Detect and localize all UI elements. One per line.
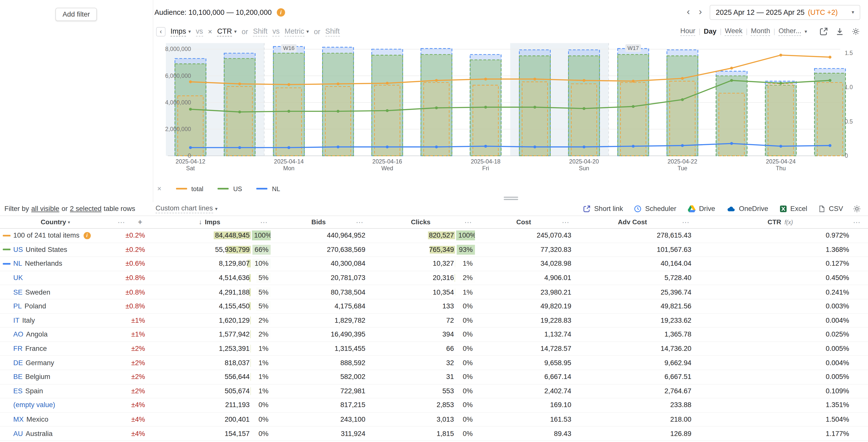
country-code[interactable]: FR — [13, 345, 23, 352]
table-row[interactable]: FRFrance±2%1,253,3911%1,315,455660%14,72… — [0, 342, 868, 356]
resize-handle[interactable] — [503, 196, 518, 200]
primary-metric-dropdown[interactable]: Imps ▾ — [170, 27, 191, 36]
column-menu-icon[interactable]: ⋯ — [682, 218, 689, 226]
table-row[interactable]: USUnited States±0.2%55,936,79966%270,638… — [0, 243, 868, 257]
prev-period-button[interactable]: ‹ — [682, 6, 694, 18]
country-code[interactable]: MX — [13, 415, 24, 423]
country-code[interactable]: IT — [13, 316, 19, 324]
column-header-clicks[interactable]: Clicks — [411, 218, 431, 226]
table-settings-gear-icon[interactable] — [852, 204, 861, 213]
date-range-picker[interactable]: 2025 Apr 12 — 2025 Apr 25 (UTC +2) ▾ — [710, 5, 860, 20]
table-row[interactable]: AUAustralia±4%154,1570%311,9241,8150%89.… — [0, 427, 868, 441]
country-code[interactable]: AU — [13, 430, 23, 438]
metric-placeholder-dropdown[interactable]: Metric ▾ — [285, 27, 309, 36]
export-short-link-button[interactable]: Short link — [583, 205, 623, 213]
column-header-ctr[interactable]: CTR f(x) — [768, 218, 793, 226]
export-csv-button[interactable]: CSV — [818, 205, 843, 213]
table-row[interactable]: ESSpain±2%505,6741%722,9815530%2,402.742… — [0, 384, 868, 398]
legend-item[interactable]: NL — [256, 185, 280, 192]
column-menu-icon[interactable]: ⋯ — [111, 216, 132, 228]
collapse-chart-button[interactable]: ‹ — [156, 27, 165, 36]
legend-item[interactable]: total — [176, 185, 204, 192]
next-period-button[interactable]: › — [694, 6, 706, 18]
column-menu-icon[interactable]: ⋯ — [562, 218, 569, 226]
table-row[interactable]: ITItaly±1%1,620,1292%1,829,782720%19,228… — [0, 314, 868, 328]
country-code[interactable]: US — [13, 246, 23, 253]
shift-toggle-2[interactable]: Shift — [326, 27, 340, 36]
imps-value: 818,037 — [147, 359, 252, 367]
legend-item[interactable]: US — [218, 185, 242, 192]
vs-toggle-2[interactable]: vs — [272, 27, 280, 36]
row-series-swatch — [3, 249, 10, 251]
combo-chart[interactable]: 02,000,0004,000,0006,000,0008,000,00000.… — [153, 39, 868, 183]
country-code[interactable]: SE — [13, 288, 23, 296]
table-row[interactable]: AOAngola±1%1,577,9422%16,490,3953940%1,1… — [0, 328, 868, 342]
add-filter-button[interactable]: Add filter — [55, 8, 97, 21]
remove-chart-lines-icon[interactable]: × — [157, 184, 161, 193]
combo-chart-svg[interactable]: 02,000,0004,000,0006,000,0008,000,00000.… — [153, 39, 868, 183]
cost-value: 77,320.83 — [475, 246, 572, 253]
table-rows-label: table rows — [103, 205, 135, 213]
country-cell: (empty value) — [0, 401, 105, 409]
column-header-cost[interactable]: Cost — [516, 218, 531, 226]
column-menu-icon[interactable]: ⋯ — [464, 218, 472, 226]
download-icon[interactable] — [835, 27, 844, 36]
bids-value: 243,100 — [271, 415, 367, 423]
svg-text:8,000,000: 8,000,000 — [165, 46, 191, 53]
granularity-option-week[interactable]: Week — [725, 27, 743, 36]
svg-text:Wed: Wed — [381, 165, 393, 172]
country-code[interactable]: ES — [13, 387, 23, 395]
table-row[interactable]: 100 of 241 total itemsi±0.2%84,448,94510… — [0, 229, 868, 243]
table-row[interactable]: SESweden±0.8%4,291,1885%80,738,50410,354… — [0, 285, 868, 299]
column-header-imps[interactable]: ↓ Imps — [199, 218, 220, 226]
table-row[interactable]: MXMexico±4%200,4010%243,1003,0130%161.53… — [0, 413, 868, 427]
country-cell: AOAngola — [0, 331, 105, 339]
custom-chart-lines-dropdown[interactable]: Custom chart lines ▾ — [156, 204, 218, 213]
country-code[interactable]: NL — [13, 260, 22, 268]
remove-metric-icon[interactable]: × — [208, 27, 212, 36]
add-column-button[interactable]: + — [132, 216, 148, 228]
export-onedrive-button[interactable]: OneDrive — [726, 205, 768, 213]
table-row[interactable]: DEGermany±2%818,0371%888,592320%9,658.95… — [0, 356, 868, 370]
table-row[interactable]: UK±0.8%4,514,6365%20,781,07320,3162%4,90… — [0, 271, 868, 285]
country-cell: DEGermany — [0, 359, 105, 367]
info-icon[interactable]: i — [277, 8, 285, 16]
export-drive-button[interactable]: Drive — [687, 205, 715, 213]
cost-value: 89.43 — [475, 430, 572, 438]
custom-chart-lines-label: Custom chart lines — [156, 204, 213, 213]
country-code[interactable]: BE — [13, 373, 23, 381]
export-excel-button[interactable]: Excel — [779, 205, 807, 213]
column-header-adv-cost[interactable]: Adv Cost — [618, 218, 647, 226]
table-row[interactable]: PLPoland±0.8%4,155,4505%4,175,6841330%49… — [0, 299, 868, 313]
shift-value: ±4% — [105, 430, 147, 438]
filter-all-visible-link[interactable]: all visible — [31, 205, 59, 213]
open-in-new-icon[interactable] — [819, 27, 828, 36]
column-menu-icon[interactable]: ⋯ — [260, 218, 268, 226]
column-menu-icon[interactable]: ⋯ — [853, 218, 861, 226]
gear-icon[interactable] — [851, 27, 860, 36]
country-cell: SESweden — [0, 288, 105, 296]
info-icon[interactable]: i — [83, 232, 91, 239]
bids-value: 817,215 — [271, 401, 367, 409]
secondary-metric-dropdown[interactable]: CTR ▾ — [217, 27, 237, 36]
export-scheduler-button[interactable]: Scheduler — [634, 205, 676, 213]
vs-toggle-1[interactable]: vs — [196, 27, 203, 36]
filter-selected-link[interactable]: 2 selected — [70, 205, 101, 213]
granularity-option-hour[interactable]: Hour — [680, 27, 695, 36]
country-code[interactable]: DE — [13, 359, 23, 367]
ctr-value: 0.004% — [692, 359, 868, 367]
granularity-option-other[interactable]: Other... — [778, 27, 801, 36]
country-code[interactable]: UK — [13, 274, 23, 282]
table-row[interactable]: BEBelgium±2%556,6441%582,002310%6,667.14… — [0, 370, 868, 384]
country-code[interactable]: PL — [13, 302, 22, 310]
sort-descending-icon: ↓ — [199, 218, 202, 226]
granularity-option-month[interactable]: Month — [751, 27, 770, 36]
column-header-country[interactable]: Country ▾ — [41, 218, 70, 226]
granularity-option-day[interactable]: Day — [704, 27, 716, 36]
table-row[interactable]: (empty value)±4%211,1930%817,2152,8530%1… — [0, 398, 868, 412]
table-row[interactable]: NLNetherlands±0.6%8,129,80710%40,300,084… — [0, 257, 868, 271]
shift-toggle-1[interactable]: Shift — [253, 27, 267, 36]
country-code[interactable]: AO — [13, 331, 23, 339]
column-menu-icon[interactable]: ⋯ — [356, 218, 363, 226]
column-header-bids[interactable]: Bids — [311, 218, 326, 226]
